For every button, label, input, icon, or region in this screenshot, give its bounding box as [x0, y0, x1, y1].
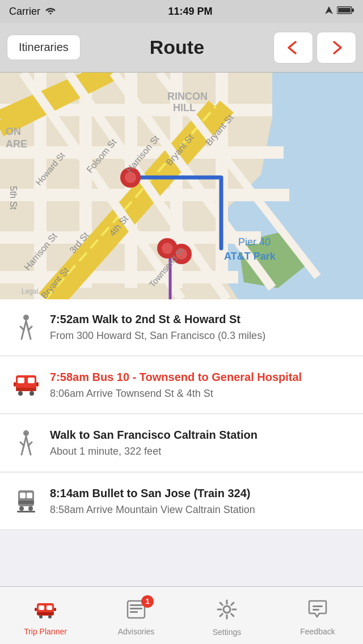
svg-point-70: [223, 606, 230, 613]
tab-trip-planner[interactable]: Trip Planner: [0, 587, 91, 644]
wifi-icon: [45, 6, 56, 18]
svg-rect-61: [37, 612, 54, 615]
svg-text:RINCON: RINCON: [167, 91, 208, 102]
tab-feedback[interactable]: Feedback: [272, 587, 363, 644]
feedback-chat-icon: [307, 600, 328, 624]
svg-point-62: [39, 615, 43, 618]
nav-arrows: [273, 32, 356, 63]
step-content-1: 7:52am Walk to 2nd St & Howard St From 3…: [50, 312, 352, 343]
page-title: Route: [150, 36, 204, 58]
walk-icon-2: [11, 430, 41, 458]
step-subtitle-2: 8:06am Arrive Townsend St & 4th St: [50, 387, 352, 401]
route-map[interactable]: Folsom St Harrison St Bryant St Bryant S…: [0, 73, 363, 299]
nav-bar: Itineraries Route: [0, 23, 363, 73]
step-content-3: Walk to San Francisco Caltrain Station A…: [50, 427, 352, 459]
step-subtitle-1: From 300 Howard St, San Francisco (0.3 m…: [50, 329, 352, 343]
step-walk-1: 7:52am Walk to 2nd St & Howard St From 3…: [0, 299, 363, 356]
svg-rect-68: [130, 608, 142, 609]
step-content-2: 7:58am Bus 10 - Townsend to General Hosp…: [50, 370, 352, 401]
svg-point-50: [23, 430, 29, 436]
svg-rect-54: [18, 501, 34, 504]
step-train-1: 8:14am Bullet to San Jose (Train 324) 8:…: [0, 473, 363, 530]
svg-rect-3: [338, 8, 351, 12]
step-bus-1: 7:58am Bus 10 - Townsend to General Hosp…: [0, 357, 363, 414]
svg-rect-65: [54, 608, 56, 611]
svg-rect-48: [14, 382, 16, 387]
svg-point-63: [48, 615, 52, 618]
advisories-icon: 1: [125, 600, 147, 624]
train-icon-1: [11, 488, 41, 513]
step-subtitle-4: 8:58am Arrive Mountain View Caltrain Sta…: [50, 503, 352, 517]
tab-settings[interactable]: Settings: [182, 587, 272, 644]
svg-point-41: [23, 315, 29, 320]
svg-text:Pier 40: Pier 40: [238, 236, 271, 248]
svg-point-0: [50, 12, 52, 14]
svg-rect-52: [20, 493, 26, 498]
svg-point-20: [162, 243, 173, 254]
svg-rect-57: [17, 511, 35, 512]
svg-rect-59: [39, 605, 44, 610]
tab-bar: Trip Planner 1 Advisories Settings: [0, 586, 363, 644]
prev-route-button[interactable]: [273, 32, 313, 63]
svg-text:ARE: ARE: [6, 138, 27, 150]
step-title-2: 7:58am Bus 10 - Townsend to General Hosp…: [50, 370, 352, 384]
trip-planner-icon: [35, 600, 56, 624]
step-walk-2: Walk to San Francisco Caltrain Station A…: [0, 415, 363, 472]
tab-settings-label: Settings: [213, 628, 242, 637]
svg-rect-60: [47, 605, 52, 610]
settings-gear-icon: [217, 599, 237, 624]
bus-icon-1: [11, 372, 41, 397]
tab-feedback-label: Feedback: [300, 627, 335, 636]
svg-point-47: [29, 391, 34, 396]
svg-rect-45: [16, 388, 36, 391]
svg-rect-69: [130, 611, 138, 613]
steps-list: 7:52am Walk to 2nd St & Howard St From 3…: [0, 299, 363, 530]
next-route-button[interactable]: [316, 32, 356, 63]
step-subtitle-3: About 1 minute, 322 feet: [50, 444, 352, 459]
svg-text:HILL: HILL: [173, 102, 196, 113]
status-time: 11:49 PM: [168, 6, 212, 18]
svg-text:Legal: Legal: [22, 287, 38, 295]
carrier-label: Carrier: [9, 6, 40, 18]
advisories-badge: 1: [141, 595, 154, 608]
status-left: Carrier: [9, 6, 56, 18]
svg-point-56: [28, 506, 33, 511]
svg-rect-2: [352, 9, 354, 12]
tab-trip-planner-label: Trip Planner: [24, 627, 67, 636]
svg-rect-67: [130, 604, 142, 606]
status-right: [324, 6, 354, 18]
svg-rect-64: [35, 608, 37, 611]
itineraries-back-button[interactable]: Itineraries: [7, 35, 81, 60]
svg-rect-72: [313, 609, 319, 611]
battery-icon: [337, 6, 354, 18]
svg-point-46: [18, 391, 23, 396]
step-title-1: 7:52am Walk to 2nd St & Howard St: [50, 312, 352, 327]
svg-point-55: [19, 506, 24, 511]
tab-advisories[interactable]: 1 Advisories: [91, 587, 182, 644]
status-bar: Carrier 11:49 PM: [0, 0, 363, 23]
svg-text:5th St: 5th St: [9, 186, 18, 210]
svg-text:ON: ON: [6, 126, 21, 137]
step-title-4: 8:14am Bullet to San Jose (Train 324): [50, 486, 352, 501]
svg-rect-49: [36, 382, 39, 387]
svg-rect-53: [27, 493, 32, 498]
walk-icon-1: [11, 314, 41, 342]
svg-rect-44: [28, 378, 35, 383]
step-content-4: 8:14am Bullet to San Jose (Train 324) 8:…: [50, 486, 352, 517]
svg-rect-43: [18, 378, 24, 383]
tab-advisories-label: Advisories: [118, 627, 155, 636]
location-arrow-icon: [324, 6, 334, 18]
step-title-3: Walk to San Francisco Caltrain Station: [50, 427, 352, 442]
svg-text:AT&T Park: AT&T Park: [224, 251, 276, 262]
svg-rect-71: [313, 605, 323, 607]
